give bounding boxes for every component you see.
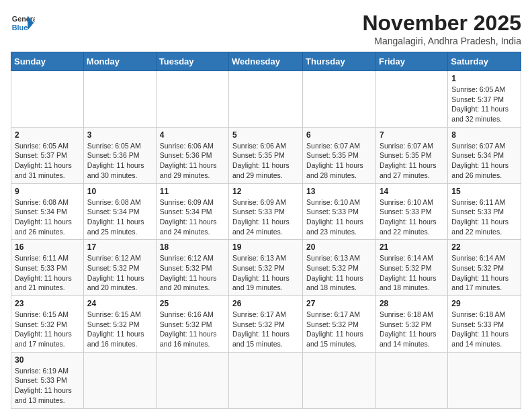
calendar-week-row: 9Sunrise: 6:08 AMSunset: 5:34 PMDaylight… [11,183,521,240]
day-info: Sunrise: 6:16 AMSunset: 5:32 PMDaylight:… [160,310,225,349]
calendar-cell: 17Sunrise: 6:12 AMSunset: 5:32 PMDayligh… [83,240,156,296]
calendar-cell: 20Sunrise: 6:13 AMSunset: 5:32 PMDayligh… [303,240,376,296]
day-number: 16 [15,242,80,252]
day-info: Sunrise: 6:07 AMSunset: 5:34 PMDaylight:… [451,141,517,181]
day-info: Sunrise: 6:18 AMSunset: 5:33 PMDaylight:… [451,310,517,349]
day-info: Sunrise: 6:15 AMSunset: 5:32 PMDaylight:… [87,310,152,349]
calendar-cell: 10Sunrise: 6:08 AMSunset: 5:34 PMDayligh… [83,183,156,240]
day-number: 10 [87,187,152,196]
calendar-cell [156,71,228,128]
day-info: Sunrise: 6:15 AMSunset: 5:32 PMDaylight:… [15,310,80,349]
day-info: Sunrise: 6:09 AMSunset: 5:34 PMDaylight:… [160,197,225,237]
calendar-cell: 21Sunrise: 6:14 AMSunset: 5:32 PMDayligh… [375,240,447,296]
day-info: Sunrise: 6:05 AMSunset: 5:36 PMDaylight:… [87,141,152,181]
day-number: 14 [380,187,444,196]
day-info: Sunrise: 6:05 AMSunset: 5:37 PMDaylight:… [15,141,80,181]
day-info: Sunrise: 6:12 AMSunset: 5:32 PMDaylight:… [87,253,152,293]
calendar-cell: 13Sunrise: 6:10 AMSunset: 5:33 PMDayligh… [303,183,376,240]
day-number: 20 [306,242,372,252]
generalblue-logo-icon: General Blue [11,11,35,35]
day-number: 3 [87,130,152,140]
calendar-cell: 2Sunrise: 6:05 AMSunset: 5:37 PMDaylight… [11,127,84,183]
day-info: Sunrise: 6:06 AMSunset: 5:36 PMDaylight:… [160,141,225,181]
day-number: 11 [160,187,225,196]
day-info: Sunrise: 6:06 AMSunset: 5:35 PMDaylight:… [232,141,299,181]
calendar-cell [11,71,84,128]
day-number: 26 [232,299,299,308]
day-info: Sunrise: 6:09 AMSunset: 5:33 PMDaylight:… [232,197,299,237]
calendar-cell [303,352,376,408]
weekday-header-wednesday: Wednesday [229,52,303,71]
location-subtitle: Mangalagiri, Andhra Pradesh, India [362,36,521,46]
svg-text:Blue: Blue [12,24,28,32]
weekday-header-sunday: Sunday [11,52,84,71]
day-number: 8 [451,130,517,140]
calendar-cell: 7Sunrise: 6:07 AMSunset: 5:35 PMDaylight… [375,127,447,183]
day-info: Sunrise: 6:08 AMSunset: 5:34 PMDaylight:… [87,197,152,237]
calendar-cell [156,352,228,408]
day-info: Sunrise: 6:18 AMSunset: 5:32 PMDaylight:… [380,310,444,349]
day-info: Sunrise: 6:13 AMSunset: 5:32 PMDaylight:… [232,253,299,293]
calendar-cell [83,71,156,128]
day-number: 1 [451,74,517,83]
calendar-cell: 18Sunrise: 6:12 AMSunset: 5:32 PMDayligh… [156,240,228,296]
calendar-header: SundayMondayTuesdayWednesdayThursdayFrid… [11,52,521,71]
calendar-cell [83,352,156,408]
day-number: 23 [15,299,80,308]
weekday-header-tuesday: Tuesday [156,52,228,71]
day-number: 13 [306,187,372,196]
day-info: Sunrise: 6:11 AMSunset: 5:33 PMDaylight:… [451,197,517,237]
calendar-cell: 16Sunrise: 6:11 AMSunset: 5:33 PMDayligh… [11,240,84,296]
calendar-week-row: 16Sunrise: 6:11 AMSunset: 5:33 PMDayligh… [11,240,521,296]
day-number: 7 [380,130,444,140]
calendar-cell [448,352,521,408]
calendar-cell [375,352,447,408]
calendar-body: 1Sunrise: 6:05 AMSunset: 5:37 PMDaylight… [11,71,521,409]
calendar-cell: 23Sunrise: 6:15 AMSunset: 5:32 PMDayligh… [11,296,84,353]
calendar-cell: 15Sunrise: 6:11 AMSunset: 5:33 PMDayligh… [448,183,521,240]
calendar-week-row: 1Sunrise: 6:05 AMSunset: 5:37 PMDaylight… [11,71,521,128]
calendar-cell: 19Sunrise: 6:13 AMSunset: 5:32 PMDayligh… [229,240,303,296]
calendar-week-row: 30Sunrise: 6:19 AMSunset: 5:33 PMDayligh… [11,352,521,408]
weekday-header-monday: Monday [83,52,156,71]
day-info: Sunrise: 6:17 AMSunset: 5:32 PMDaylight:… [232,310,299,349]
title-area: November 2025 Mangalagiri, Andhra Prades… [362,11,521,46]
calendar-cell: 11Sunrise: 6:09 AMSunset: 5:34 PMDayligh… [156,183,228,240]
day-info: Sunrise: 6:19 AMSunset: 5:33 PMDaylight:… [15,366,80,406]
day-number: 9 [15,187,80,196]
calendar-week-row: 23Sunrise: 6:15 AMSunset: 5:32 PMDayligh… [11,296,521,353]
calendar-cell [229,71,303,128]
day-number: 6 [306,130,372,140]
calendar-cell: 6Sunrise: 6:07 AMSunset: 5:35 PMDaylight… [303,127,376,183]
calendar-cell [229,352,303,408]
calendar-cell: 30Sunrise: 6:19 AMSunset: 5:33 PMDayligh… [11,352,84,408]
calendar-cell: 1Sunrise: 6:05 AMSunset: 5:37 PMDaylight… [448,71,521,128]
day-number: 5 [232,130,299,140]
calendar-cell [303,71,376,128]
day-number: 27 [306,299,372,308]
day-info: Sunrise: 6:14 AMSunset: 5:32 PMDaylight:… [451,253,517,293]
calendar-cell: 3Sunrise: 6:05 AMSunset: 5:36 PMDaylight… [83,127,156,183]
calendar-cell: 9Sunrise: 6:08 AMSunset: 5:34 PMDaylight… [11,183,84,240]
month-title: November 2025 [362,11,521,36]
day-info: Sunrise: 6:08 AMSunset: 5:34 PMDaylight:… [15,197,80,237]
day-info: Sunrise: 6:12 AMSunset: 5:32 PMDaylight:… [160,253,225,293]
day-number: 25 [160,299,225,308]
calendar-cell: 4Sunrise: 6:06 AMSunset: 5:36 PMDaylight… [156,127,228,183]
calendar-cell: 25Sunrise: 6:16 AMSunset: 5:32 PMDayligh… [156,296,228,353]
calendar-cell: 28Sunrise: 6:18 AMSunset: 5:32 PMDayligh… [375,296,447,353]
calendar-cell: 8Sunrise: 6:07 AMSunset: 5:34 PMDaylight… [448,127,521,183]
day-number: 28 [380,299,444,308]
calendar-cell: 27Sunrise: 6:17 AMSunset: 5:32 PMDayligh… [303,296,376,353]
calendar-cell [375,71,447,128]
day-info: Sunrise: 6:07 AMSunset: 5:35 PMDaylight:… [306,141,372,181]
day-number: 17 [87,242,152,252]
logo: General Blue [11,11,35,35]
weekday-header-friday: Friday [375,52,447,71]
day-info: Sunrise: 6:05 AMSunset: 5:37 PMDaylight:… [451,85,517,124]
weekday-header-thursday: Thursday [303,52,376,71]
day-number: 4 [160,130,225,140]
calendar-cell: 14Sunrise: 6:10 AMSunset: 5:33 PMDayligh… [375,183,447,240]
header: General Blue November 2025 Mangalagiri, … [11,11,521,46]
day-number: 12 [232,187,299,196]
